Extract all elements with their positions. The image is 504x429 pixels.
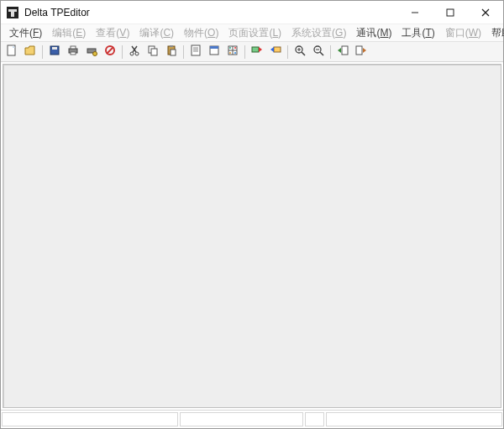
svg-point-37 (229, 47, 231, 49)
grid-button[interactable] (224, 44, 241, 60)
page-button[interactable] (187, 44, 204, 60)
zoom-in-button[interactable] (291, 44, 308, 60)
menu-window: 窗口(W) (440, 24, 486, 42)
grid-icon (227, 44, 239, 59)
toolbar-separator (244, 45, 245, 59)
toolbar-separator (183, 45, 184, 59)
toolbar-separator (42, 45, 43, 59)
svg-point-22 (135, 52, 139, 55)
menu-communication[interactable]: 通讯(M) (351, 24, 396, 42)
window-title: Delta TPEditor (24, 7, 90, 18)
settings-in-button[interactable] (334, 44, 351, 60)
menu-file[interactable]: 文件(F) (4, 24, 47, 42)
menu-object: 物件(O) (179, 24, 223, 42)
svg-line-6 (482, 9, 489, 16)
menu-tools[interactable]: 工具(T) (396, 24, 439, 42)
read-from-tp-icon (251, 44, 263, 59)
menu-edit: 编辑(E) (47, 24, 91, 42)
toolbar (1, 42, 503, 62)
form-button[interactable] (206, 44, 223, 60)
svg-rect-4 (447, 9, 454, 16)
paste-icon (165, 44, 177, 59)
svg-marker-42 (259, 47, 262, 52)
settings-in-icon (337, 44, 349, 59)
menu-compile: 编译(C) (134, 24, 179, 42)
svg-point-38 (234, 47, 236, 49)
cut-icon (129, 44, 140, 59)
maximize-button[interactable] (433, 1, 468, 24)
svg-rect-41 (252, 47, 259, 52)
status-cell-2 (180, 412, 304, 426)
svg-rect-33 (210, 46, 218, 49)
toolbar-separator (122, 45, 123, 59)
svg-marker-55 (363, 48, 366, 53)
upload-to-tp-icon (270, 44, 281, 59)
svg-rect-27 (171, 50, 176, 55)
status-cell-4 (326, 412, 502, 426)
page-icon (190, 44, 202, 59)
app-icon (6, 6, 19, 19)
svg-rect-52 (342, 46, 348, 55)
app-window: Delta TPEditor 文件(F)编辑(E)查看(V)编译(C)物件(O)… (0, 0, 504, 429)
minimize-button[interactable] (397, 1, 433, 24)
menu-view: 查看(V) (91, 24, 134, 42)
cut-button[interactable] (126, 44, 143, 60)
zoom-out-button[interactable] (310, 44, 327, 60)
printer-setup-icon (86, 44, 97, 59)
menu-bar: 文件(F)编辑(E)查看(V)编译(C)物件(O)页面设置(L)系统设置(G)通… (1, 24, 503, 42)
open-folder-button[interactable] (22, 44, 39, 60)
menu-system-settings: 系统设置(G) (286, 24, 351, 42)
svg-line-50 (320, 52, 323, 55)
svg-point-16 (93, 52, 97, 56)
svg-marker-53 (338, 48, 341, 53)
svg-rect-54 (356, 46, 362, 55)
upload-to-tp-button[interactable] (267, 44, 284, 60)
svg-point-21 (130, 52, 134, 55)
svg-marker-9 (25, 46, 34, 55)
open-folder-icon (24, 44, 36, 59)
copy-icon (147, 44, 159, 59)
zoom-out-icon (312, 44, 324, 59)
toolbar-separator (330, 45, 331, 59)
close-button[interactable] (468, 1, 503, 24)
print-icon (67, 44, 79, 59)
form-icon (208, 44, 220, 59)
status-cell-1 (2, 412, 178, 426)
save-button[interactable] (46, 44, 63, 60)
printer-setup-button[interactable] (83, 44, 100, 60)
compile-button[interactable] (102, 44, 118, 60)
zoom-in-icon (294, 44, 306, 59)
status-bar (1, 410, 503, 428)
svg-rect-26 (170, 45, 173, 47)
svg-rect-43 (274, 47, 281, 52)
svg-point-40 (234, 52, 236, 54)
compile-icon (104, 44, 116, 59)
toolbar-separator (287, 45, 288, 59)
paste-button[interactable] (163, 44, 180, 60)
titlebar: Delta TPEditor (1, 1, 503, 24)
status-cell-3 (305, 412, 324, 426)
svg-line-5 (482, 9, 489, 16)
svg-rect-28 (192, 45, 200, 55)
settings-out-button[interactable] (353, 44, 370, 60)
svg-rect-2 (11, 9, 14, 17)
svg-rect-24 (151, 49, 157, 55)
menu-help[interactable]: 帮助(H) (486, 24, 504, 42)
read-from-tp-button[interactable] (249, 44, 265, 60)
menu-page-settings: 页面设置(L) (223, 24, 286, 42)
svg-rect-14 (71, 52, 76, 55)
svg-line-18 (107, 47, 113, 54)
settings-out-icon (355, 44, 367, 59)
print-button[interactable] (65, 44, 81, 60)
copy-button[interactable] (144, 44, 161, 60)
svg-line-46 (302, 52, 305, 55)
workspace-area (3, 64, 501, 408)
client-frame (1, 62, 503, 410)
svg-rect-11 (52, 47, 57, 50)
new-doc-icon (6, 44, 18, 59)
svg-point-39 (229, 52, 231, 54)
svg-marker-44 (270, 47, 274, 52)
svg-rect-13 (71, 46, 76, 49)
save-icon (49, 44, 60, 59)
new-doc-button[interactable] (3, 44, 20, 60)
